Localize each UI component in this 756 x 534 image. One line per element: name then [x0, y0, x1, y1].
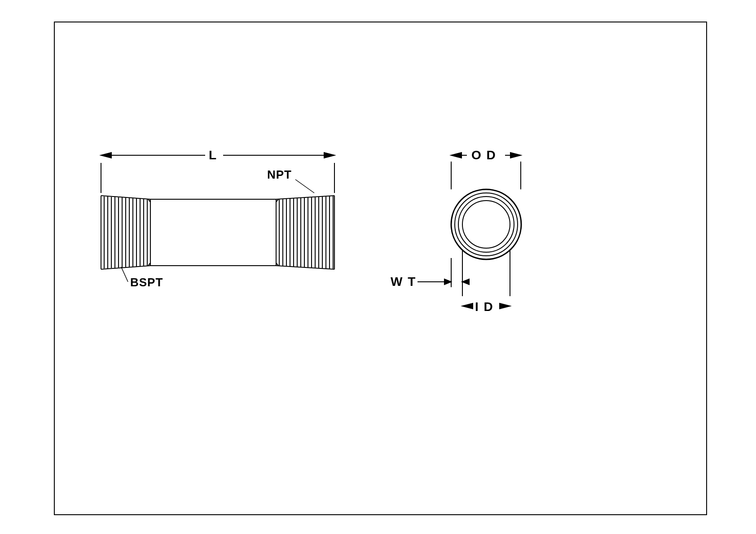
svg-point-57 [462, 201, 510, 248]
svg-marker-63 [500, 303, 510, 309]
svg-point-56 [458, 197, 514, 252]
thread-label-bspt: BSPT [130, 276, 163, 289]
technical-drawing [0, 0, 756, 534]
thread-label-npt: NPT [267, 168, 292, 182]
svg-point-55 [455, 193, 518, 256]
dimension-label-OD: O D [471, 148, 497, 162]
svg-line-6 [295, 179, 314, 193]
dimension-label-ID: I D [475, 300, 494, 314]
page: L NPT BSPT O D I D W T [0, 0, 756, 534]
svg-marker-53 [510, 153, 521, 158]
svg-line-7 [121, 267, 128, 282]
dimension-label-WT: W T [391, 275, 416, 289]
svg-marker-67 [444, 279, 451, 285]
svg-marker-52 [451, 153, 462, 158]
svg-marker-69 [462, 279, 469, 285]
svg-marker-5 [324, 153, 334, 158]
svg-marker-4 [101, 153, 111, 158]
svg-rect-8 [150, 199, 276, 266]
dimension-label-L: L [209, 148, 217, 162]
svg-marker-62 [462, 303, 473, 309]
svg-point-54 [451, 189, 521, 259]
